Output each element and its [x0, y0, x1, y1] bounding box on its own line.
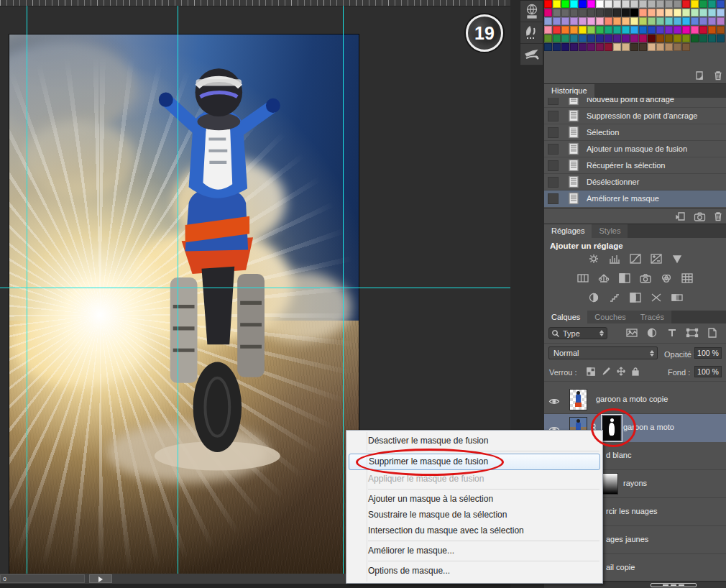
color-swatch[interactable]	[561, 17, 569, 25]
color-swatch[interactable]	[656, 9, 664, 17]
snapshot-well[interactable]	[548, 144, 559, 155]
guide-horizontal[interactable]	[0, 288, 510, 288]
color-swatch[interactable]	[561, 9, 569, 17]
color-swatch[interactable]	[630, 0, 638, 8]
color-swatch[interactable]	[674, 43, 681, 51]
color-swatch[interactable]	[648, 9, 656, 17]
color-swatch[interactable]	[587, 43, 595, 51]
color-swatch[interactable]	[587, 17, 595, 25]
color-swatch[interactable]	[699, 35, 707, 42]
snapshot-well[interactable]	[548, 177, 559, 188]
snapshot-camera-icon[interactable]	[694, 211, 706, 221]
status-menu-button[interactable]	[89, 574, 112, 583]
color-swatch[interactable]	[630, 26, 638, 34]
color-swatch[interactable]	[587, 0, 595, 8]
color-swatch[interactable]	[691, 17, 699, 25]
color-swatch[interactable]	[544, 17, 552, 25]
color-swatch[interactable]	[561, 0, 569, 8]
shape-layer-filter-icon[interactable]	[685, 327, 699, 339]
color-swatch[interactable]	[717, 0, 725, 8]
color-swatch[interactable]	[613, 35, 621, 42]
new-doc-from-state-icon[interactable]	[675, 211, 686, 221]
color-swatch[interactable]	[682, 43, 690, 51]
color-swatch[interactable]	[708, 17, 716, 25]
adjustment-black-white-icon[interactable]	[617, 272, 633, 284]
lock-paint-icon[interactable]	[601, 367, 611, 376]
adjustment-color-lookup-icon[interactable]	[679, 272, 695, 284]
color-swatch[interactable]	[553, 43, 561, 51]
history-state-row[interactable]: Désélectionner	[544, 174, 726, 190]
color-swatch[interactable]	[630, 35, 638, 42]
styles-panel-button[interactable]	[520, 1, 543, 22]
color-swatch[interactable]	[639, 17, 647, 25]
color-swatch[interactable]	[605, 43, 612, 51]
color-swatch[interactable]	[717, 17, 725, 25]
guide-vertical[interactable]	[178, 6, 178, 574]
adjustment-exposure-icon[interactable]	[648, 253, 664, 265]
lock-transparency-icon[interactable]	[586, 367, 596, 376]
color-swatch[interactable]	[708, 9, 716, 17]
color-swatch[interactable]	[622, 35, 630, 42]
type-layer-filter-icon[interactable]	[665, 327, 679, 339]
color-swatch[interactable]	[665, 43, 673, 51]
color-swatch[interactable]	[682, 17, 690, 25]
smart-object-filter-icon[interactable]	[705, 327, 720, 339]
fill-value[interactable]: 100 %	[694, 366, 722, 377]
color-swatch[interactable]	[570, 26, 578, 34]
color-swatch[interactable]	[665, 17, 673, 25]
color-swatch[interactable]	[553, 9, 561, 17]
color-swatch[interactable]	[622, 26, 630, 34]
trash-icon[interactable]	[713, 211, 723, 221]
adjustment-curves-icon[interactable]	[628, 253, 643, 265]
color-swatch[interactable]	[613, 43, 621, 51]
color-swatch[interactable]	[656, 17, 664, 25]
pixel-layer-filter-icon[interactable]	[625, 327, 639, 339]
history-state-row[interactable]: Nouveau point d'ancrage	[544, 98, 726, 108]
tool-presets-panel-button[interactable]	[520, 44, 543, 65]
adjustment-photo-filter-icon[interactable]	[638, 272, 653, 284]
color-swatch[interactable]	[579, 26, 587, 34]
color-swatch[interactable]	[596, 43, 604, 51]
color-swatch[interactable]	[648, 35, 656, 42]
color-swatch[interactable]	[570, 35, 578, 42]
color-swatch[interactable]	[699, 0, 707, 8]
color-swatch[interactable]	[691, 26, 699, 34]
color-swatch[interactable]	[553, 26, 561, 34]
color-swatch[interactable]	[544, 43, 552, 51]
color-swatch[interactable]	[674, 35, 681, 42]
adjustment-vibrance-icon[interactable]	[669, 253, 685, 265]
layer-thumbnail[interactable]	[602, 473, 618, 495]
color-swatch[interactable]	[622, 17, 630, 25]
color-swatch[interactable]	[544, 9, 552, 17]
color-swatch[interactable]	[579, 17, 587, 25]
adjustment-channel-mixer-icon[interactable]	[658, 272, 674, 284]
color-swatch[interactable]	[579, 0, 587, 8]
panel-resize-grip[interactable]	[651, 583, 697, 587]
color-swatch[interactable]	[561, 43, 569, 51]
color-swatch[interactable]	[682, 0, 690, 8]
color-swatch[interactable]	[665, 9, 673, 17]
color-swatch[interactable]	[691, 9, 699, 17]
guide-vertical[interactable]	[343, 6, 344, 574]
adjustment-selective-color-icon[interactable]	[648, 292, 664, 303]
document-canvas[interactable]	[9, 35, 359, 574]
adjustment-brightness-contrast-icon[interactable]	[586, 253, 602, 265]
ruler-horizontal[interactable]	[0, 0, 510, 6]
tab-reglages[interactable]: Réglages	[544, 224, 592, 238]
color-swatch[interactable]	[682, 26, 690, 34]
color-swatch[interactable]	[630, 43, 638, 51]
tab-historique[interactable]: Historique	[544, 84, 594, 98]
color-swatch[interactable]	[639, 9, 647, 17]
snapshot-well[interactable]	[548, 127, 559, 138]
color-swatch[interactable]	[605, 9, 612, 17]
color-swatch[interactable]	[596, 9, 604, 17]
color-swatch[interactable]	[717, 9, 725, 17]
lock-all-icon[interactable]	[631, 367, 640, 376]
color-swatch[interactable]	[708, 26, 716, 34]
color-swatch[interactable]	[570, 17, 578, 25]
adjustment-invert-icon[interactable]	[586, 292, 602, 303]
color-swatch[interactable]	[605, 17, 612, 25]
snapshot-well[interactable]	[548, 193, 559, 204]
color-swatch[interactable]	[596, 17, 604, 25]
color-swatch[interactable]	[656, 0, 664, 8]
